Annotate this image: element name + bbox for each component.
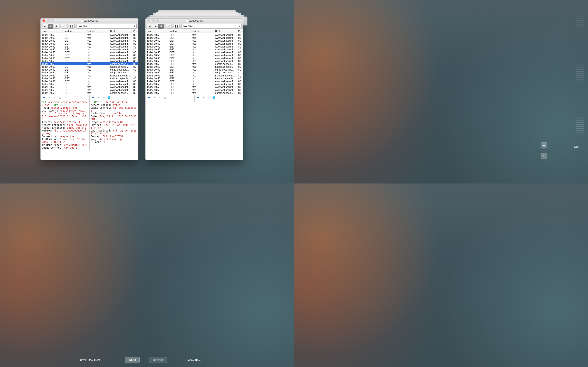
- table-row[interactable]: Today 10:50GEThttpcdnjs.cloudflare.com80: [146, 68, 243, 71]
- text-icon[interactable]: ▤: [163, 96, 167, 99]
- pause-button[interactable]: ❙❙: [69, 24, 75, 29]
- toolbar: ▸|▶■❙❙No Filter▴▾: [41, 23, 138, 29]
- table-row[interactable]: Today 10:50GEThttpwww.websecurify....80: [41, 88, 138, 91]
- col-port[interactable]: Port: [132, 29, 138, 33]
- table-row[interactable]: Today 10:50GEThttpwww.websecurify....80: [41, 80, 138, 82]
- table-row[interactable]: Today 10:50GEThttpwww.websecurify....80: [41, 59, 138, 62]
- table-header[interactable]: Date⌃MethodSchemeHostPort: [146, 29, 243, 33]
- table-row[interactable]: Today 10:50GEThttpwww.websecurify....80: [146, 36, 243, 39]
- arrow-left-icon[interactable]: ⬅: [196, 96, 200, 99]
- col-scheme[interactable]: Scheme: [191, 29, 214, 33]
- filter-dropdown[interactable]: No Filter▴▾: [77, 24, 137, 29]
- table-row[interactable]: Today 10:50GEThttpwww.websecurify....80: [41, 82, 138, 85]
- close-button[interactable]: [43, 19, 45, 22]
- filter-icon[interactable]: ≣: [207, 96, 210, 99]
- table-row[interactable]: Today 10:50GEThttpwww.websecurify....80: [146, 39, 243, 42]
- col-method[interactable]: Method: [63, 29, 86, 33]
- arrow-left-icon[interactable]: ⬅: [91, 96, 95, 99]
- col-port[interactable]: Port: [237, 29, 243, 33]
- list-icon[interactable]: ≡: [96, 96, 100, 99]
- list-icon[interactable]: ≡: [201, 96, 205, 99]
- list-icon[interactable]: ≡: [153, 96, 156, 99]
- request-pane-tabs: ➡≡≣▤: [41, 95, 89, 100]
- table-row[interactable]: Today 10:50GEThttpwww.websecurify....80: [146, 33, 243, 36]
- pause-button[interactable]: ❙❙: [174, 24, 180, 29]
- table-row[interactable]: Today 10:50GEThttpmaxcdn.bootstrap....80: [41, 74, 138, 77]
- table-row[interactable]: Today 10:50GEThttpassets.zendesk.com80: [146, 91, 243, 94]
- col-scheme[interactable]: Scheme: [86, 29, 109, 33]
- col-method[interactable]: Method: [168, 29, 191, 33]
- table-row[interactable]: Today 10:50GEThttpwww.websecurify....80: [146, 59, 243, 62]
- table-header[interactable]: Date⌃MethodSchemeHostPort: [41, 29, 138, 33]
- table-row[interactable]: Today 10:50GEThttpwww.websecurify....80: [146, 50, 243, 53]
- table-row[interactable]: Today 10:50GEThttpcdnjs.cloudflare.com80: [41, 68, 138, 71]
- filter-icon[interactable]: ≣: [102, 96, 105, 99]
- zoom-button[interactable]: [51, 19, 54, 22]
- col-host[interactable]: Host: [214, 29, 237, 33]
- step-button[interactable]: ▸|: [42, 24, 48, 29]
- table-row[interactable]: Today 10:50GEThttpwww.websecurify....80: [146, 85, 243, 88]
- updown-arrows-icon: ▴▾: [239, 25, 240, 27]
- table-row[interactable]: Today 10:50GEThttpwww.websecurify....80: [146, 48, 243, 50]
- table-row[interactable]: Today 10:50GEThttpwww.websecurify....80: [41, 45, 138, 48]
- filter-dropdown[interactable]: No Filter▴▾: [182, 24, 242, 29]
- col-date[interactable]: Date⌃: [41, 29, 63, 33]
- play-button[interactable]: ▶: [48, 24, 53, 29]
- col-host[interactable]: Host: [109, 29, 132, 33]
- settings-button[interactable]: [166, 24, 172, 29]
- table-row[interactable]: Today 10:50GEThttpassets.zendesk.com80: [41, 65, 138, 68]
- stop-button[interactable]: ■: [158, 24, 164, 29]
- table-row[interactable]: Today 10:50GEThttpwww.websecurify....80: [146, 88, 243, 91]
- step-button[interactable]: ▸|: [147, 24, 153, 29]
- table-row[interactable]: Today 10:50GEThttpfonts.googleapis.com80: [146, 77, 243, 80]
- response-body[interactable]: [195, 100, 243, 101]
- traffic-lights[interactable]: [41, 19, 54, 22]
- list-icon[interactable]: ≡: [48, 96, 51, 99]
- table-row[interactable]: Today 10:50GEThttpwww.websecurify....80: [146, 82, 243, 85]
- settings-button[interactable]: [61, 24, 67, 29]
- minimize-button[interactable]: [47, 19, 50, 22]
- text-icon[interactable]: ▤: [58, 96, 62, 99]
- col-date[interactable]: Date⌃: [146, 29, 168, 33]
- table-row[interactable]: Today 10:50GEThttpwww.websecurify....80: [41, 85, 138, 88]
- svg-point-0: [63, 26, 64, 26]
- filter-icon[interactable]: ≣: [53, 96, 57, 99]
- table-row[interactable]: Today 10:50GEThttpassets.zendesk.com80: [41, 91, 138, 94]
- table-row[interactable]: Today 10:50GEThttpwww.websecurify....80: [41, 36, 138, 39]
- table-row[interactable]: Today 10:50GEThttpwww.websecurify....80: [41, 42, 138, 45]
- table-row[interactable]: Today 10:50GEThttpwww.websecurify....80: [41, 53, 138, 56]
- arrow-right-icon[interactable]: ➡: [42, 96, 46, 99]
- table-row[interactable]: Today 10:50GEThttpassets.zendesk.com80: [146, 62, 243, 65]
- table-row[interactable]: Today 10:50GEThttpwww.websecurify....80: [146, 80, 243, 82]
- table-row[interactable]: Today 10:50GEThttpfonts.googleapis.com80: [41, 77, 138, 80]
- table-row[interactable]: Today 10:50GEThttpwww.websecurify....80: [146, 57, 243, 59]
- response-body[interactable]: HTTP/1.1 304 Not Modified Accept-Ranges:…: [90, 100, 138, 150]
- zoom-button[interactable]: [156, 19, 159, 22]
- request-table[interactable]: Today 10:50GEThttpwww.websecurify....80T…: [146, 33, 243, 95]
- play-button[interactable]: ▶: [153, 24, 158, 29]
- table-row[interactable]: Today 10:50GEThttpmaxcdn.bootstrap....80: [146, 74, 243, 77]
- table-row[interactable]: Today 10:50GEThttpwww.websecurify....80: [146, 53, 243, 56]
- table-row[interactable]: Today 10:50GEThttpwww.websecurify....80: [41, 57, 138, 59]
- request-table[interactable]: Today 10:50GEThttpwww.websecurify....80T…: [41, 33, 138, 95]
- table-row[interactable]: Today 10:50GEThttpcdnjs.cloudflare.com80: [41, 71, 138, 74]
- table-row[interactable]: Today 10:50GEThttpassets.zendesk.com80: [41, 62, 138, 65]
- traffic-lights[interactable]: [146, 19, 159, 22]
- table-row[interactable]: Today 10:50GEThttpwww.websecurify....80: [41, 39, 138, 42]
- table-row[interactable]: Today 10:50GEThttpwww.websecurify....80: [41, 48, 138, 50]
- request-body[interactable]: GET /external/zenbox/v2.6/zenbox.css HTT…: [41, 100, 89, 150]
- table-row[interactable]: Today 10:50GEThttpwww.websecurify....80: [41, 33, 138, 36]
- minimize-button[interactable]: [152, 19, 155, 22]
- table-row[interactable]: Today 10:50GEThttpwww.websecurify....80: [41, 50, 138, 53]
- stop-button[interactable]: ■: [53, 24, 59, 29]
- globe-icon[interactable]: 🌐: [107, 96, 111, 99]
- filter-icon[interactable]: ≣: [158, 96, 162, 99]
- table-row[interactable]: Today 10:50GEThttpwww.websecurify....80: [146, 42, 243, 45]
- table-row[interactable]: Today 10:50GEThttpwww.websecurify....80: [146, 45, 243, 48]
- table-row[interactable]: Today 10:50GEThttpassets.zendesk.com80: [146, 65, 243, 68]
- arrow-right-icon[interactable]: ➡: [147, 96, 151, 99]
- request-body[interactable]: [146, 100, 194, 101]
- close-button[interactable]: [147, 19, 150, 22]
- globe-icon[interactable]: 🌐: [212, 96, 216, 99]
- table-row[interactable]: Today 10:50GEThttpcdnjs.cloudflare.com80: [146, 71, 243, 74]
